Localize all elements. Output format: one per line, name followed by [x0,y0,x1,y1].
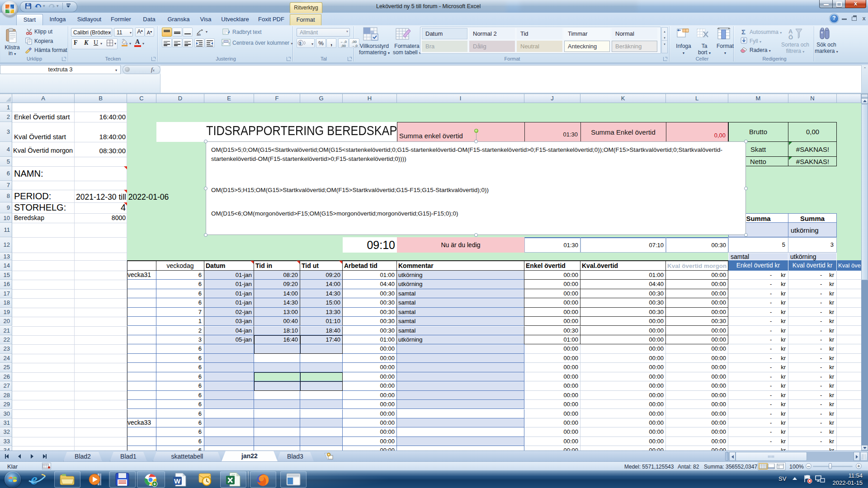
svg-text:Ö: Ö [788,34,793,41]
svg-text:W: W [174,477,181,485]
svg-text:ab: ab [197,33,201,37]
svg-text:$: $ [299,41,302,46]
